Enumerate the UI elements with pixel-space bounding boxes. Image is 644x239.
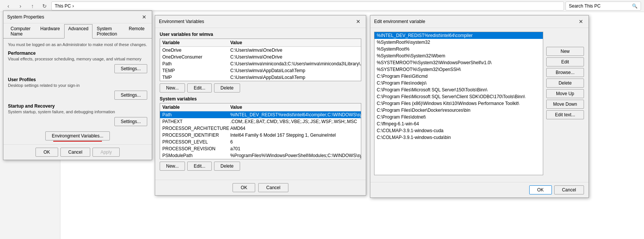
performance-settings-btn[interactable]: Settings... (114, 64, 147, 73)
edit-env-item-15[interactable]: C:\COLMAP-3.9.1-windows-cuda\bin (374, 134, 543, 141)
user-row-onedrive[interactable]: OneDriveC:\Users\wimva\OneDrive (160, 47, 361, 54)
edit-env-item-14[interactable]: C:\COLMAP-3.9.1-windows-cuda (374, 127, 543, 134)
system-col-value: Value (230, 105, 359, 110)
performance-label: Performance (8, 51, 147, 56)
system-variables-table: Variable Value Path%INTEL_DEV_REDIST%red… (160, 103, 361, 159)
edit-cancel-btn[interactable]: Cancel (554, 185, 584, 194)
search-bar[interactable]: Search This PC 🔍 (565, 2, 641, 11)
edit-env-item-12[interactable]: C:\Program Files\dotnet\ (374, 114, 543, 120)
user-edit-btn[interactable]: Edit... (187, 83, 212, 93)
env-ok-btn[interactable]: OK (233, 183, 255, 192)
system-properties-close[interactable]: ✕ (140, 13, 148, 21)
system-table-header: Variable Value (160, 103, 361, 111)
tab-bar: Computer Name Hardware Advanced System P… (3, 24, 152, 39)
env-variables-dialog: Environment Variables ✕ User variables f… (155, 15, 366, 196)
tab-computer-name[interactable]: Computer Name (6, 24, 36, 39)
edit-env-item-10[interactable]: C:\Program Files (x86)\Windows Kits\10\W… (374, 100, 543, 107)
user-row-path[interactable]: PathC:\Users\wimva\miniconda3;C:\Users\w… (160, 60, 361, 67)
user-new-btn[interactable]: New... (160, 83, 185, 93)
system-row-path[interactable]: Path%INTEL_DEV_REDIST%redist\intel64\com… (160, 111, 361, 118)
edit-env-title: Edit environment variable (374, 19, 425, 24)
refresh-button[interactable]: ↻ (39, 2, 50, 11)
forward-button[interactable]: › (15, 2, 26, 11)
delete-btn[interactable]: Delete (546, 79, 584, 88)
system-properties-dialog: System Properties ✕ Computer Name Hardwa… (3, 11, 152, 160)
system-row-proc-arch[interactable]: PROCESSOR_ARCHITECTUREAMD64 (160, 125, 361, 132)
user-row-temp[interactable]: TEMPC:\Users\wimva\AppData\Local\Temp (160, 67, 361, 74)
address-bar[interactable]: This PC › (51, 2, 564, 11)
tab-remote[interactable]: Remote (125, 24, 149, 39)
user-col-value: Value (230, 40, 359, 45)
startup-recovery-desc: System startup, system failure, and debu… (8, 109, 147, 114)
system-row-psmodulepath[interactable]: PSModulePath%ProgramFiles%\WindowsPowerS… (160, 152, 361, 159)
user-row-tmp[interactable]: TMPC:\Users\wimva\AppData\Local\Temp (160, 74, 361, 81)
env-variables-body: User variables for wimva Variable Value … (155, 28, 366, 178)
edit-env-titlebar: Edit environment variable ✕ (370, 15, 589, 28)
admin-note: You must be logged on as an Administrato… (8, 42, 147, 47)
apply-btn[interactable]: Apply (92, 148, 120, 157)
user-delete-btn[interactable]: Delete (214, 83, 240, 93)
system-properties-titlebar: System Properties ✕ (3, 11, 152, 23)
env-variables-btn[interactable]: Environgment Variables... (45, 131, 110, 140)
system-btn-group: New... Edit... Delete (160, 162, 361, 171)
edit-env-item-4[interactable]: %SYSTEMROOT%\System32\WindowsPowerShell\… (374, 59, 543, 66)
back-button[interactable]: ‹ (3, 2, 14, 11)
search-icon: 🔍 (632, 3, 638, 9)
edit-env-item-9[interactable]: C:\Program Files\Microsoft SQL Server\Cl… (374, 93, 543, 100)
edit-env-item-7[interactable]: C:\Program Files\nodejs\ (374, 80, 543, 86)
user-profiles-label: User Profiles (8, 77, 147, 82)
system-delete-btn[interactable]: Delete (214, 162, 240, 171)
move-down-btn[interactable]: Move Down (546, 100, 584, 109)
move-up-btn[interactable]: Move Up (546, 89, 584, 98)
edit-env-list[interactable]: %INTEL_DEV_REDIST%redist\intel64\compile… (374, 32, 543, 175)
user-profiles-settings-btn[interactable]: Settings... (114, 91, 147, 100)
system-col-variable: Variable (162, 105, 230, 110)
edit-ok-btn[interactable]: OK (529, 185, 552, 194)
user-row-onedriveconsumer[interactable]: OneDriveConsumerC:\Users\wimva\OneDrive (160, 54, 361, 60)
system-row-pathext[interactable]: PATHEXT.COM;.EXE;.BAT;.CMD;.VBS;.VBE;.JS… (160, 118, 361, 125)
edit-env-item-0[interactable]: %INTEL_DEV_REDIST%redist\intel64\compile… (374, 32, 543, 39)
edit-env-item-11[interactable]: C:\Program Files\Docker\Docker\resources… (374, 107, 543, 114)
env-variables-title: Environment Variables (159, 19, 204, 24)
env-variables-close[interactable]: ✕ (354, 18, 362, 25)
browse-btn[interactable]: Browse... (546, 68, 584, 77)
user-profiles-desc: Desktop settings related to your sign-in (8, 83, 147, 88)
tab-hardware[interactable]: Hardware (36, 24, 64, 39)
user-table-header: Variable Value (160, 39, 361, 47)
edit-env-footer: OK Cancel (370, 182, 589, 197)
user-variables-table: Variable Value OneDriveC:\Users\wimva\On… (160, 39, 361, 81)
cancel-btn[interactable]: Cancel (60, 148, 90, 157)
edit-text-btn[interactable]: Edit text... (546, 110, 584, 119)
edit-btn[interactable]: Edit (546, 57, 584, 66)
edit-env-item-1[interactable]: %SystemRoot%\system32 (374, 39, 543, 46)
startup-recovery-label: Startup and Recovery (8, 103, 147, 109)
system-row-proc-id[interactable]: PROCESSOR_IDENTIFIERIntel64 Family 6 Mod… (160, 132, 361, 139)
edit-env-item-3[interactable]: %SystemRoot%\System32\Wbem (374, 52, 543, 59)
edit-env-item-5[interactable]: %SYSTEMROOT%\System32\OpenSSH\ (374, 66, 543, 73)
edit-env-item-6[interactable]: C:\Program Files\Git\cmd (374, 73, 543, 80)
system-row-proc-level[interactable]: PROCESSOR_LEVEL6 (160, 139, 361, 145)
system-properties-body: You must be logged on as an Administrato… (3, 39, 152, 144)
new-btn[interactable]: New (546, 47, 584, 56)
system-edit-btn[interactable]: Edit... (187, 162, 212, 171)
performance-section: Performance Visual effects, processor sc… (8, 51, 147, 73)
edit-env-item-8[interactable]: C:\Program Files\Microsoft SQL Server\15… (374, 86, 543, 93)
startup-recovery-section: Startup and Recovery System startup, sys… (8, 103, 147, 126)
edit-env-item-13[interactable]: C:\ffmpeg-6.1-win-64 (374, 120, 543, 127)
search-text: Search This PC (569, 3, 601, 9)
address-arrow: › (72, 3, 74, 9)
tab-advanced[interactable]: Advanced (64, 24, 92, 39)
edit-env-close[interactable]: ✕ (577, 18, 585, 25)
system-row-proc-rev[interactable]: PROCESSOR_REVISIONa701 (160, 145, 361, 152)
system-new-btn[interactable]: New... (160, 162, 185, 171)
tab-system-protection[interactable]: System Protection (92, 24, 125, 39)
ok-btn[interactable]: OK (35, 148, 58, 157)
edit-env-buttons: New Edit Browse... Delete Move Up Move D… (546, 47, 584, 119)
env-variables-footer: OK Cancel (155, 180, 366, 195)
edit-env-item-2[interactable]: %SystemRoot% (374, 46, 543, 52)
up-button[interactable]: ↑ (27, 2, 38, 11)
startup-recovery-settings-btn[interactable]: Settings... (114, 117, 147, 126)
env-cancel-btn[interactable]: Cancel (258, 183, 288, 192)
system-properties-footer: OK Cancel Apply (3, 144, 152, 160)
performance-desc: Visual effects, processor scheduling, me… (8, 57, 147, 61)
